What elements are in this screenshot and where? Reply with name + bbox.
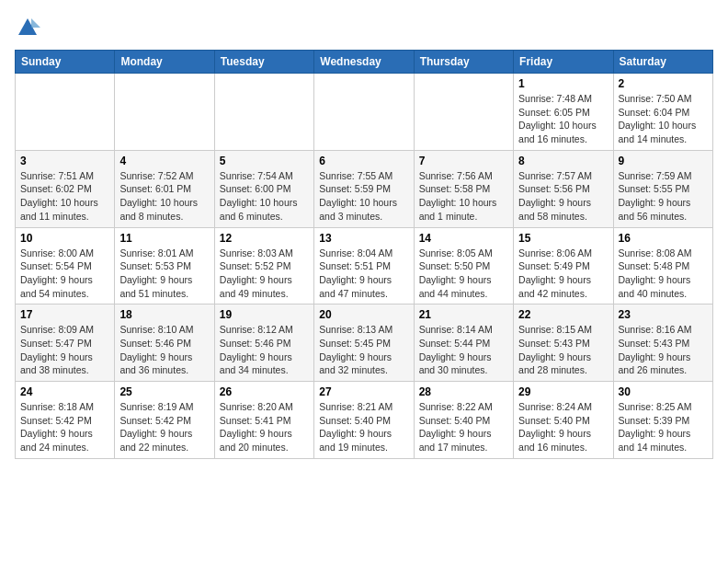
day-info: Sunrise: 7:57 AM Sunset: 5:56 PM Dayligh… bbox=[518, 169, 608, 224]
calendar-cell: 23Sunrise: 8:16 AM Sunset: 5:43 PM Dayli… bbox=[613, 304, 712, 382]
day-number: 6 bbox=[319, 155, 408, 167]
day-info: Sunrise: 8:14 AM Sunset: 5:44 PM Dayligh… bbox=[419, 323, 508, 377]
calendar-cell: 24Sunrise: 8:18 AM Sunset: 5:42 PM Dayli… bbox=[16, 382, 115, 459]
calendar-header-tuesday: Tuesday bbox=[214, 51, 313, 74]
day-number: 22 bbox=[518, 308, 608, 321]
calendar-header-saturday: Saturday bbox=[613, 51, 712, 74]
calendar-cell: 12Sunrise: 8:03 AM Sunset: 5:52 PM Dayli… bbox=[214, 227, 313, 304]
calendar-cell bbox=[314, 74, 414, 151]
calendar-table: SundayMondayTuesdayWednesdayThursdayFrid… bbox=[15, 50, 713, 459]
day-info: Sunrise: 8:16 AM Sunset: 5:43 PM Dayligh… bbox=[619, 323, 708, 377]
day-number: 10 bbox=[20, 232, 109, 245]
calendar-cell: 19Sunrise: 8:12 AM Sunset: 5:46 PM Dayli… bbox=[214, 304, 313, 382]
calendar-cell: 21Sunrise: 8:14 AM Sunset: 5:44 PM Dayli… bbox=[414, 304, 513, 382]
calendar-cell bbox=[16, 74, 115, 151]
calendar-cell: 18Sunrise: 8:10 AM Sunset: 5:46 PM Dayli… bbox=[115, 304, 214, 382]
calendar-cell: 16Sunrise: 8:08 AM Sunset: 5:48 PM Dayli… bbox=[613, 227, 712, 304]
day-info: Sunrise: 7:55 AM Sunset: 5:59 PM Dayligh… bbox=[319, 169, 408, 224]
day-number: 11 bbox=[119, 232, 209, 245]
calendar-cell: 5Sunrise: 7:54 AM Sunset: 6:00 PM Daylig… bbox=[214, 150, 313, 227]
calendar-cell: 13Sunrise: 8:04 AM Sunset: 5:51 PM Dayli… bbox=[314, 227, 414, 304]
day-info: Sunrise: 8:22 AM Sunset: 5:40 PM Dayligh… bbox=[419, 400, 508, 454]
day-number: 13 bbox=[319, 232, 408, 245]
svg-marker-1 bbox=[31, 18, 40, 28]
day-info: Sunrise: 7:59 AM Sunset: 5:55 PM Dayligh… bbox=[619, 169, 708, 224]
day-info: Sunrise: 8:06 AM Sunset: 5:49 PM Dayligh… bbox=[518, 247, 608, 301]
day-number: 27 bbox=[319, 385, 408, 398]
day-number: 3 bbox=[20, 155, 109, 167]
day-info: Sunrise: 7:50 AM Sunset: 6:04 PM Dayligh… bbox=[619, 92, 708, 146]
day-number: 23 bbox=[619, 308, 708, 321]
day-number: 26 bbox=[220, 385, 309, 398]
day-info: Sunrise: 8:24 AM Sunset: 5:40 PM Dayligh… bbox=[518, 400, 608, 454]
calendar-cell bbox=[115, 74, 214, 151]
day-info: Sunrise: 7:56 AM Sunset: 5:58 PM Dayligh… bbox=[419, 169, 508, 224]
calendar-cell: 14Sunrise: 8:05 AM Sunset: 5:50 PM Dayli… bbox=[414, 227, 513, 304]
day-number: 8 bbox=[518, 155, 608, 167]
day-info: Sunrise: 7:52 AM Sunset: 6:01 PM Dayligh… bbox=[119, 169, 209, 224]
day-number: 20 bbox=[319, 308, 408, 321]
day-info: Sunrise: 8:25 AM Sunset: 5:39 PM Dayligh… bbox=[619, 400, 708, 454]
day-number: 15 bbox=[518, 232, 608, 245]
calendar-header-monday: Monday bbox=[115, 51, 214, 74]
page-header bbox=[15, 15, 713, 40]
day-info: Sunrise: 8:21 AM Sunset: 5:40 PM Dayligh… bbox=[319, 400, 408, 454]
calendar-cell: 8Sunrise: 7:57 AM Sunset: 5:56 PM Daylig… bbox=[514, 150, 613, 227]
day-number: 1 bbox=[518, 77, 608, 90]
day-number: 12 bbox=[220, 232, 309, 245]
day-info: Sunrise: 7:54 AM Sunset: 6:00 PM Dayligh… bbox=[220, 169, 309, 224]
calendar-cell: 28Sunrise: 8:22 AM Sunset: 5:40 PM Dayli… bbox=[414, 382, 513, 459]
day-number: 7 bbox=[419, 155, 508, 167]
calendar-cell: 26Sunrise: 8:20 AM Sunset: 5:41 PM Dayli… bbox=[214, 382, 313, 459]
day-number: 4 bbox=[119, 155, 209, 167]
day-number: 19 bbox=[220, 308, 309, 321]
calendar-cell: 1Sunrise: 7:48 AM Sunset: 6:05 PM Daylig… bbox=[514, 74, 613, 151]
day-info: Sunrise: 8:05 AM Sunset: 5:50 PM Dayligh… bbox=[419, 247, 508, 301]
day-info: Sunrise: 7:48 AM Sunset: 6:05 PM Dayligh… bbox=[518, 92, 608, 146]
calendar-cell bbox=[414, 74, 513, 151]
day-info: Sunrise: 8:09 AM Sunset: 5:47 PM Dayligh… bbox=[20, 323, 109, 377]
calendar-cell: 10Sunrise: 8:00 AM Sunset: 5:54 PM Dayli… bbox=[16, 227, 115, 304]
day-number: 9 bbox=[619, 155, 708, 167]
day-number: 14 bbox=[419, 232, 508, 245]
day-info: Sunrise: 8:13 AM Sunset: 5:45 PM Dayligh… bbox=[319, 323, 408, 377]
day-info: Sunrise: 8:19 AM Sunset: 5:42 PM Dayligh… bbox=[119, 400, 209, 454]
day-info: Sunrise: 8:01 AM Sunset: 5:53 PM Dayligh… bbox=[119, 247, 209, 301]
day-info: Sunrise: 8:20 AM Sunset: 5:41 PM Dayligh… bbox=[220, 400, 309, 454]
calendar-cell: 20Sunrise: 8:13 AM Sunset: 5:45 PM Dayli… bbox=[314, 304, 414, 382]
day-number: 17 bbox=[20, 308, 109, 321]
calendar-header-sunday: Sunday bbox=[16, 51, 115, 74]
calendar-cell: 17Sunrise: 8:09 AM Sunset: 5:47 PM Dayli… bbox=[16, 304, 115, 382]
calendar-cell: 11Sunrise: 8:01 AM Sunset: 5:53 PM Dayli… bbox=[115, 227, 214, 304]
calendar-cell bbox=[214, 74, 313, 151]
day-number: 29 bbox=[518, 385, 608, 398]
calendar-cell: 7Sunrise: 7:56 AM Sunset: 5:58 PM Daylig… bbox=[414, 150, 513, 227]
calendar-cell: 22Sunrise: 8:15 AM Sunset: 5:43 PM Dayli… bbox=[514, 304, 613, 382]
calendar-cell: 6Sunrise: 7:55 AM Sunset: 5:59 PM Daylig… bbox=[314, 150, 414, 227]
calendar-cell: 4Sunrise: 7:52 AM Sunset: 6:01 PM Daylig… bbox=[115, 150, 214, 227]
calendar-cell: 2Sunrise: 7:50 AM Sunset: 6:04 PM Daylig… bbox=[613, 74, 712, 151]
calendar-cell: 9Sunrise: 7:59 AM Sunset: 5:55 PM Daylig… bbox=[613, 150, 712, 227]
day-info: Sunrise: 8:03 AM Sunset: 5:52 PM Dayligh… bbox=[220, 247, 309, 301]
calendar-cell: 25Sunrise: 8:19 AM Sunset: 5:42 PM Dayli… bbox=[115, 382, 214, 459]
calendar-cell: 3Sunrise: 7:51 AM Sunset: 6:02 PM Daylig… bbox=[16, 150, 115, 227]
day-number: 16 bbox=[619, 232, 708, 245]
calendar-header-wednesday: Wednesday bbox=[314, 51, 414, 74]
day-number: 30 bbox=[619, 385, 708, 398]
calendar-cell: 15Sunrise: 8:06 AM Sunset: 5:49 PM Dayli… bbox=[514, 227, 613, 304]
day-info: Sunrise: 8:12 AM Sunset: 5:46 PM Dayligh… bbox=[220, 323, 309, 377]
calendar-cell: 30Sunrise: 8:25 AM Sunset: 5:39 PM Dayli… bbox=[613, 382, 712, 459]
day-info: Sunrise: 8:00 AM Sunset: 5:54 PM Dayligh… bbox=[20, 247, 109, 301]
day-info: Sunrise: 7:51 AM Sunset: 6:02 PM Dayligh… bbox=[20, 169, 109, 224]
logo-icon bbox=[15, 15, 40, 40]
day-info: Sunrise: 8:04 AM Sunset: 5:51 PM Dayligh… bbox=[319, 247, 408, 301]
day-info: Sunrise: 8:18 AM Sunset: 5:42 PM Dayligh… bbox=[20, 400, 109, 454]
day-number: 5 bbox=[220, 155, 309, 167]
calendar-header-thursday: Thursday bbox=[414, 51, 513, 74]
calendar-header-friday: Friday bbox=[514, 51, 613, 74]
day-number: 18 bbox=[119, 308, 209, 321]
day-number: 25 bbox=[119, 385, 209, 398]
day-number: 24 bbox=[20, 385, 109, 398]
calendar-cell: 27Sunrise: 8:21 AM Sunset: 5:40 PM Dayli… bbox=[314, 382, 414, 459]
calendar-cell: 29Sunrise: 8:24 AM Sunset: 5:40 PM Dayli… bbox=[514, 382, 613, 459]
